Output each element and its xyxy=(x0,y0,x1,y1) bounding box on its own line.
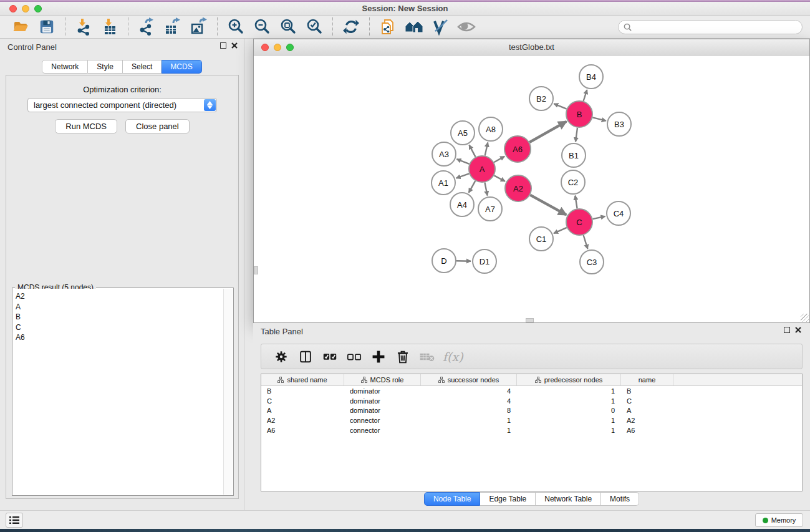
column-header-predecessor-nodes[interactable]: predecessor nodes xyxy=(517,374,621,385)
import-table-button[interactable] xyxy=(99,17,120,37)
export-image-button[interactable] xyxy=(188,17,210,37)
cell-shared-name[interactable]: C xyxy=(261,396,344,406)
cell-successor-nodes[interactable]: 1 xyxy=(421,415,517,425)
cell-name[interactable]: A2 xyxy=(621,415,673,425)
mcds-result-item[interactable]: A6 xyxy=(16,332,223,343)
edge-A-A4[interactable] xyxy=(469,181,475,193)
table-row[interactable]: A6connector11A6 xyxy=(261,425,802,435)
cell-shared-name[interactable]: B xyxy=(261,386,344,396)
cell-successor-nodes[interactable]: 4 xyxy=(421,396,517,406)
mcds-result-item[interactable]: A2 xyxy=(16,291,223,302)
float-table-panel-icon[interactable] xyxy=(784,327,790,333)
export-table-button[interactable] xyxy=(162,17,183,37)
deselect-all-columns-button[interactable] xyxy=(343,346,365,367)
run-mcds-button[interactable]: Run MCDS xyxy=(55,119,117,133)
cell-name[interactable]: B xyxy=(621,386,673,396)
cell-successor-nodes[interactable]: 8 xyxy=(421,406,517,416)
save-session-button[interactable] xyxy=(36,17,57,37)
cell-successor-nodes[interactable]: 1 xyxy=(421,425,517,435)
edge-A6-B[interactable] xyxy=(529,122,566,142)
open-session-button[interactable] xyxy=(10,17,31,37)
edge-A-A8[interactable] xyxy=(485,143,488,156)
cell-shared-name[interactable]: A2 xyxy=(261,415,344,425)
float-panel-icon[interactable] xyxy=(220,42,226,49)
cell-shared-name[interactable]: A6 xyxy=(261,425,344,435)
cell-predecessor-nodes[interactable]: 1 xyxy=(517,425,621,435)
mcds-list-scrollbar[interactable] xyxy=(223,289,233,495)
edge-B-B2[interactable] xyxy=(554,104,566,109)
edge-C-C3[interactable] xyxy=(584,235,588,249)
edge-C-C4[interactable] xyxy=(593,216,605,219)
zoom-selected-button[interactable] xyxy=(304,17,325,37)
optimization-criterion-select[interactable]: largest connected component (directed) xyxy=(27,98,217,112)
mcds-result-item[interactable]: C xyxy=(16,322,223,333)
select-all-columns-button[interactable] xyxy=(319,346,341,367)
zoom-in-button[interactable] xyxy=(225,17,246,37)
mcds-result-item[interactable]: A xyxy=(16,302,223,312)
edge-A-A2[interactable] xyxy=(494,175,504,181)
cell-predecessor-nodes[interactable]: 0 xyxy=(517,406,621,416)
edge-B-B1[interactable] xyxy=(576,128,577,142)
canvas-left-handle[interactable] xyxy=(254,266,258,274)
cell-MCDS-role[interactable]: dominator xyxy=(344,396,421,406)
table-tab-network-table[interactable]: Network Table xyxy=(536,492,601,506)
show-all-networks-button[interactable] xyxy=(403,17,425,37)
column-header-name[interactable]: name xyxy=(621,374,673,385)
tab-style[interactable]: Style xyxy=(88,60,123,74)
node-table[interactable]: shared nameMCDS rolesuccessor nodesprede… xyxy=(261,374,803,491)
table-row[interactable]: A2connector11A2 xyxy=(261,415,802,425)
edge-B-B3[interactable] xyxy=(592,117,605,120)
cell-MCDS-role[interactable]: dominator xyxy=(344,386,421,396)
table-tab-edge-table[interactable]: Edge Table xyxy=(480,492,536,506)
cell-MCDS-role[interactable]: dominator xyxy=(344,406,421,416)
column-header-successor-nodes[interactable]: successor nodes xyxy=(421,374,517,385)
close-panel-icon[interactable] xyxy=(231,42,238,49)
search-field[interactable] xyxy=(618,20,803,34)
export-network-button[interactable] xyxy=(136,17,157,37)
tab-mcds[interactable]: MCDS xyxy=(162,60,201,74)
refresh-view-button[interactable] xyxy=(340,17,362,37)
table-tab-node-table[interactable]: Node Table xyxy=(424,492,481,506)
edge-B-B4[interactable] xyxy=(584,90,587,101)
cell-predecessor-nodes[interactable]: 1 xyxy=(517,396,621,406)
zoom-fit-button[interactable] xyxy=(277,17,299,37)
cell-name[interactable]: C xyxy=(621,396,673,406)
table-tab-motifs[interactable]: Motifs xyxy=(601,492,639,506)
network-canvas[interactable]: B4B2BB3A5A8A6A3B1AA1C2A2A4A7C4CC1C3DD1 xyxy=(254,56,809,322)
cell-successor-nodes[interactable]: 4 xyxy=(421,386,517,396)
edge-C-C1[interactable] xyxy=(554,228,567,233)
column-header-shared-name[interactable]: shared name xyxy=(261,374,344,385)
cell-predecessor-nodes[interactable]: 1 xyxy=(517,386,621,396)
edge-A-A5[interactable] xyxy=(469,145,475,157)
table-row[interactable]: Cdominator41C xyxy=(261,396,802,406)
delete-column-button[interactable] xyxy=(392,346,414,367)
cell-name[interactable]: A6 xyxy=(621,425,673,435)
tab-select[interactable]: Select xyxy=(123,60,162,74)
edge-A-A7[interactable] xyxy=(485,183,487,196)
canvas-bottom-handle[interactable] xyxy=(526,318,534,322)
memory-button[interactable]: Memory xyxy=(755,513,803,527)
column-header-MCDS-role[interactable]: MCDS role xyxy=(344,374,421,385)
toggle-vizmapper-button[interactable] xyxy=(430,17,451,37)
show-columns-button[interactable] xyxy=(294,346,317,367)
search-input[interactable] xyxy=(635,21,802,32)
cell-name[interactable]: A xyxy=(621,406,673,416)
show-hide-button[interactable] xyxy=(456,17,477,37)
table-row[interactable]: Adominator80A xyxy=(261,406,802,416)
cell-shared-name[interactable]: A xyxy=(261,406,344,416)
task-history-button[interactable] xyxy=(6,513,23,528)
table-row[interactable]: Bdominator41B xyxy=(261,386,802,396)
clone-network-button[interactable] xyxy=(377,17,398,37)
edge-A-A1[interactable] xyxy=(456,173,470,178)
add-column-button[interactable] xyxy=(367,346,390,367)
edge-C-C2[interactable] xyxy=(575,196,577,209)
edge-A2-C[interactable] xyxy=(530,195,566,215)
cell-predecessor-nodes[interactable]: 1 xyxy=(517,415,621,425)
tab-network[interactable]: Network xyxy=(42,60,88,74)
zoom-out-button[interactable] xyxy=(251,17,272,37)
edge-A-A3[interactable] xyxy=(457,159,470,164)
table-settings-button[interactable] xyxy=(270,346,292,367)
cell-MCDS-role[interactable]: connector xyxy=(344,415,421,425)
close-table-panel-icon[interactable] xyxy=(795,327,801,333)
import-network-button[interactable] xyxy=(73,17,94,37)
